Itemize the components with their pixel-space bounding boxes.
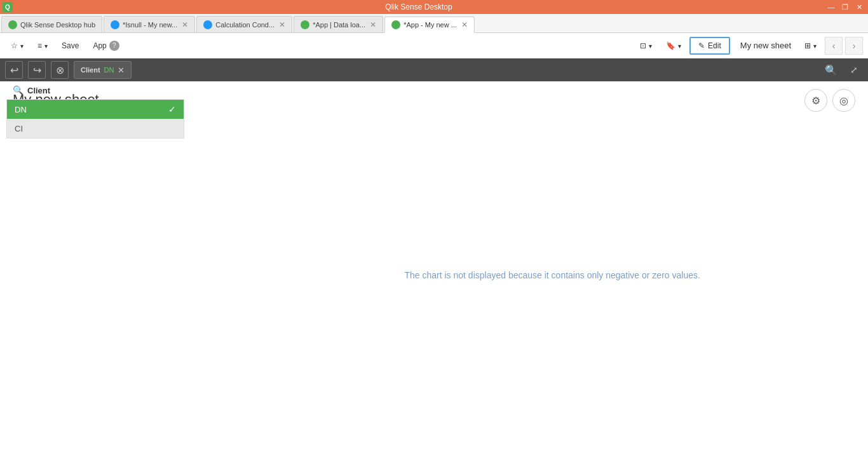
minimize-button[interactable]: — bbox=[825, 2, 837, 12]
lasso-icon: ◎ bbox=[839, 95, 848, 107]
tab-close-mynew[interactable]: ✕ bbox=[461, 20, 468, 29]
next-icon: › bbox=[853, 41, 856, 51]
filter-search-icon: 🔍 bbox=[13, 85, 24, 95]
selections-search-button[interactable]: 🔍 bbox=[822, 61, 840, 79]
tab-label-mynew: *App - My new ... bbox=[403, 21, 457, 29]
filter-panel: 🔍 Client DN ✓ CI bbox=[6, 81, 184, 139]
restore-button[interactable]: ❐ bbox=[839, 2, 851, 12]
tab-icon-dataload bbox=[301, 20, 309, 29]
filter-item-dn-checkmark: ✓ bbox=[168, 104, 176, 114]
selection-clear-button[interactable]: ⊗ bbox=[51, 61, 69, 79]
filter-item-ci-label: CI bbox=[15, 124, 23, 133]
next-sheet-button[interactable]: › bbox=[845, 37, 863, 55]
lasso-button[interactable]: ◎ bbox=[832, 89, 855, 112]
chip-label: Client bbox=[81, 66, 100, 74]
tab-icon-isnull bbox=[111, 20, 119, 29]
screen-size-icon: ⊞ bbox=[804, 41, 811, 50]
tab-label-isnull: *Isnull - My new... bbox=[123, 21, 177, 29]
chip-close-icon[interactable]: ✕ bbox=[118, 65, 125, 75]
title-bar: Q Qlik Sense Desktop — ❐ ✕ bbox=[0, 0, 868, 14]
sheet-name-text: My new sheet bbox=[735, 41, 796, 50]
screen-button[interactable]: ⊡ bbox=[634, 37, 658, 55]
filter-field-name: Client bbox=[27, 86, 50, 95]
save-label: Save bbox=[62, 41, 79, 50]
screen-icon: ⊡ bbox=[640, 41, 646, 50]
insights-dropdown-arrow bbox=[20, 41, 24, 50]
main-content: My new sheet 🔍 Client DN ✓ CI ⚙ ◎ The ch… bbox=[0, 81, 868, 469]
edit-label: Edit bbox=[708, 41, 721, 50]
tab-icon-mynew bbox=[391, 20, 400, 29]
forward-icon: ↪ bbox=[33, 64, 41, 76]
screen-dropdown-arrow bbox=[649, 41, 652, 50]
bookmark-dropdown-arrow bbox=[678, 41, 681, 50]
nav-icon: ≡ bbox=[37, 41, 42, 50]
insights-button[interactable]: ☆ bbox=[5, 37, 29, 55]
title-bar-title: Qlik Sense Desktop bbox=[13, 3, 825, 11]
tab-mynew[interactable]: *App - My new ... ✕ bbox=[384, 17, 475, 33]
filter-item-dn-label: DN bbox=[15, 105, 27, 114]
clear-icon: ⊗ bbox=[56, 64, 64, 76]
nav-button[interactable]: ≡ bbox=[32, 37, 53, 55]
right-buttons: ⚙ ◎ bbox=[804, 89, 855, 112]
filter-header: 🔍 Client bbox=[6, 81, 184, 99]
chart-message: The chart is not displayed because it co… bbox=[404, 270, 700, 280]
chip-value: DN bbox=[104, 66, 114, 74]
selections-bar: ↩ ↪ ⊗ Client DN ✕ 🔍 ⤢ bbox=[0, 58, 868, 81]
tab-close-calc[interactable]: ✕ bbox=[279, 20, 285, 29]
bookmark-icon: 🔖 bbox=[666, 41, 675, 50]
save-button[interactable]: Save bbox=[56, 37, 85, 55]
tab-hub[interactable]: Qlik Sense Desktop hub bbox=[1, 16, 102, 32]
help-icon: ? bbox=[109, 41, 119, 51]
tab-dataload[interactable]: *App | Data loa... ✕ bbox=[294, 16, 383, 32]
title-bar-controls: — ❐ ✕ bbox=[825, 2, 865, 12]
settings-button[interactable]: ⚙ bbox=[804, 89, 827, 112]
tab-label-hub: Qlik Sense Desktop hub bbox=[20, 21, 95, 29]
nav-dropdown-arrow bbox=[44, 41, 48, 50]
selection-forward-button[interactable]: ↪ bbox=[28, 61, 46, 79]
back-icon: ↩ bbox=[10, 64, 18, 76]
filter-item-dn[interactable]: DN ✓ bbox=[7, 100, 184, 119]
tab-label-calc: Calculation Cond... bbox=[215, 21, 275, 29]
tab-close-dataload[interactable]: ✕ bbox=[370, 20, 376, 29]
pencil-icon: ✎ bbox=[698, 41, 705, 50]
sheet-name-area: ✎ Edit My new sheet bbox=[689, 37, 796, 55]
tab-bar: Qlik Sense Desktop hub *Isnull - My new.… bbox=[0, 14, 868, 33]
bookmark-button[interactable]: 🔖 bbox=[660, 37, 687, 55]
settings-icon: ⚙ bbox=[811, 95, 820, 107]
app-icon: Q bbox=[3, 2, 13, 12]
filter-list: DN ✓ CI bbox=[6, 99, 184, 139]
screen-size-dropdown-arrow bbox=[813, 41, 817, 50]
tab-label-dataload: *App | Data loa... bbox=[313, 21, 365, 29]
selection-chip-client[interactable]: Client DN ✕ bbox=[74, 61, 132, 79]
toolbar: ☆ ≡ Save App ? ⊡ 🔖 ✎ Edit My new sheet ⊞… bbox=[0, 33, 868, 58]
selection-back-button[interactable]: ↩ bbox=[5, 61, 23, 79]
prev-sheet-button[interactable]: ‹ bbox=[825, 37, 843, 55]
prev-icon: ‹ bbox=[832, 41, 836, 51]
app-button[interactable]: App ? bbox=[87, 37, 125, 55]
tab-icon-calc bbox=[203, 20, 212, 29]
app-label: App bbox=[93, 41, 106, 50]
tab-icon-hub bbox=[8, 20, 17, 29]
title-bar-left: Q bbox=[3, 2, 13, 12]
expand-icon: ⤢ bbox=[850, 65, 858, 75]
tab-close-isnull[interactable]: ✕ bbox=[182, 20, 188, 29]
edit-button[interactable]: ✎ Edit bbox=[689, 37, 730, 55]
filter-item-ci[interactable]: CI bbox=[7, 119, 184, 138]
tab-isnull[interactable]: *Isnull - My new... ✕ bbox=[104, 16, 195, 32]
tab-calc[interactable]: Calculation Cond... ✕ bbox=[196, 16, 292, 32]
search-icon: 🔍 bbox=[825, 64, 837, 76]
close-button[interactable]: ✕ bbox=[853, 2, 865, 12]
insights-icon: ☆ bbox=[11, 41, 18, 50]
selections-expand-button[interactable]: ⤢ bbox=[845, 61, 863, 79]
screen-size-button[interactable]: ⊞ bbox=[799, 37, 822, 55]
